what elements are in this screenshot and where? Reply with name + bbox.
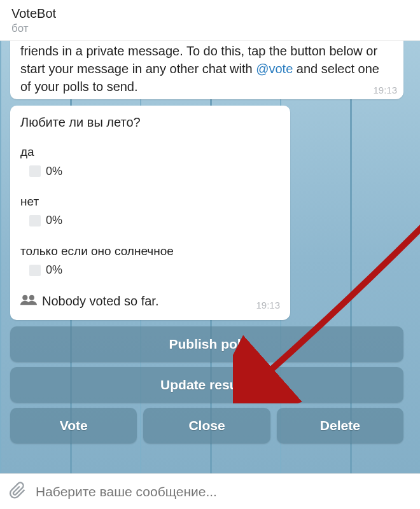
- publish-poll-button[interactable]: Publish poll: [10, 326, 403, 362]
- poll-percent: 0%: [46, 213, 62, 228]
- poll-option-label: только если оно солнечное: [20, 243, 280, 260]
- close-button[interactable]: Close: [143, 408, 270, 443]
- update-results-button[interactable]: Update results: [10, 367, 403, 403]
- chat-header: VoteBot бот: [0, 0, 420, 41]
- poll-message: Любите ли вы лето? да 0% нет 0% только е…: [10, 106, 290, 320]
- mention-link[interactable]: @vote: [256, 62, 293, 76]
- bot-message: friends in a private message. To do this…: [10, 41, 403, 99]
- poll-option[interactable]: да 0%: [20, 144, 280, 179]
- delete-button[interactable]: Delete: [277, 408, 403, 443]
- svg-point-1: [29, 295, 34, 300]
- attachment-icon[interactable]: [9, 482, 27, 502]
- poll-bar-icon: [29, 165, 41, 177]
- poll-bar-icon: [29, 265, 41, 276]
- poll-option[interactable]: только если оно солнечное 0%: [20, 243, 280, 279]
- poll-bar-icon: [29, 215, 41, 227]
- poll-question: Любите ли вы лето?: [20, 109, 280, 131]
- people-icon: [20, 292, 37, 310]
- chat-area: friends in a private message. To do this…: [0, 41, 420, 473]
- message-input[interactable]: [36, 484, 411, 499]
- message-time: 19:13: [373, 83, 397, 97]
- chat-title: VoteBot: [11, 6, 409, 21]
- poll-option-label: нет: [20, 193, 280, 211]
- poll-option[interactable]: нет 0%: [20, 193, 280, 229]
- poll-percent: 0%: [46, 262, 62, 278]
- svg-point-0: [22, 295, 27, 300]
- poll-option-label: да: [20, 144, 280, 161]
- poll-time: 19:13: [256, 298, 280, 312]
- poll-percent: 0%: [46, 164, 62, 179]
- poll-status: Nobody voted so far.: [42, 292, 158, 310]
- vote-button[interactable]: Vote: [10, 408, 137, 443]
- chat-subtitle: бот: [11, 22, 409, 35]
- composer: [0, 473, 420, 509]
